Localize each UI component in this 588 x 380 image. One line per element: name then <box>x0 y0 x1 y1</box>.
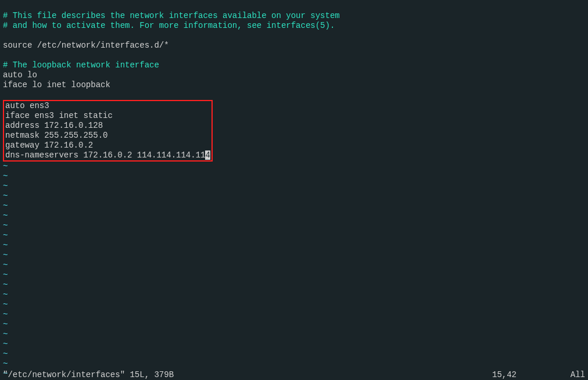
empty-line-tilde: ~ <box>3 181 8 191</box>
comment-line: # and how to activate them. For more inf… <box>3 21 335 30</box>
empty-line-tilde: ~ <box>3 171 8 181</box>
empty-line-tilde: ~ <box>3 191 8 200</box>
empty-line-tilde: ~ <box>3 231 8 240</box>
text-line: source /etc/network/interfaces.d/* <box>3 41 169 50</box>
status-filename: "/etc/network/interfaces" 15L, 379B <box>3 370 492 380</box>
empty-line-tilde: ~ <box>3 270 8 279</box>
empty-line-tilde: ~ <box>3 162 8 171</box>
empty-line-tilde: ~ <box>3 359 8 368</box>
empty-line-tilde: ~ <box>3 290 8 299</box>
text-line: iface ens3 inet static <box>5 111 113 120</box>
empty-line-tilde: ~ <box>3 211 8 220</box>
empty-line-tilde: ~ <box>3 260 8 270</box>
text-line: iface lo inet loopback <box>3 80 110 89</box>
comment-line: # This file describes the network interf… <box>3 11 340 20</box>
highlighted-block: auto ens3 iface ens3 inet static address… <box>3 100 213 162</box>
text-line: auto lo <box>3 70 37 80</box>
text-line: netmask 255.255.255.0 <box>5 131 107 140</box>
cursor: 4 <box>205 150 210 160</box>
empty-line-tilde: ~ <box>3 349 8 359</box>
status-bar: "/etc/network/interfaces" 15L, 379B 15,4… <box>0 370 588 380</box>
empty-line-tilde: ~ <box>3 329 8 339</box>
empty-line-tilde: ~ <box>3 310 8 319</box>
empty-line-tilde: ~ <box>3 201 8 210</box>
text-line: auto ens3 <box>5 101 49 110</box>
empty-line-tilde: ~ <box>3 320 8 329</box>
comment-line: # The loopback network interface <box>3 60 159 70</box>
empty-line-tilde: ~ <box>3 280 8 289</box>
text-line: dns-nameservers 172.16.0.2 114.114.114.1… <box>5 150 205 160</box>
empty-line-tilde: ~ <box>3 339 8 349</box>
editor-viewport[interactable]: # This file describes the network interf… <box>0 0 588 380</box>
empty-line-tilde: ~ <box>3 300 8 309</box>
empty-line-tilde: ~ <box>3 221 8 230</box>
empty-line-tilde: ~ <box>3 241 8 250</box>
empty-line-tilde: ~ <box>3 250 8 260</box>
status-percent: All <box>562 370 585 380</box>
status-cursor-position: 15,42 <box>492 370 562 380</box>
text-line: address 172.16.0.128 <box>5 121 103 130</box>
text-line: gateway 172.16.0.2 <box>5 141 93 150</box>
